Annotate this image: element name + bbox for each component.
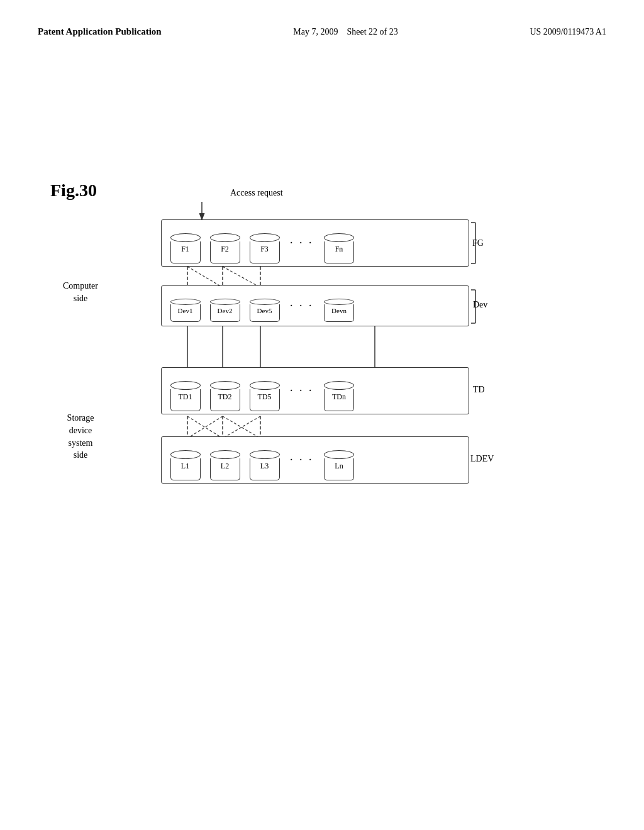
diagram-main: Access request <box>111 219 488 509</box>
fg-row: F1 F2 F3 · · · <box>161 219 469 267</box>
page-header: Patent Application Publication May 7, 20… <box>38 25 606 42</box>
figure-label: Fig.30 <box>50 180 606 201</box>
td-ellipsis: · · · <box>290 384 314 397</box>
ldev-ellipsis: · · · <box>290 453 314 467</box>
diagram-container: Computer side Storage device system side… <box>63 219 606 509</box>
cylinder-l3: L3 <box>247 450 282 471</box>
side-labels: Computer side Storage device system side <box>63 232 98 496</box>
computer-side-label: Computer side <box>63 280 98 304</box>
cylinder-td1: TD1 <box>168 380 203 402</box>
svg-line-18 <box>223 416 260 438</box>
cylinder-l2: L2 <box>208 450 242 471</box>
sheet-info: Sheet 22 of 23 <box>347 27 397 36</box>
fg-ellipsis: · · · <box>290 236 314 250</box>
svg-line-7 <box>223 267 260 287</box>
cylinder-tdn: TDn <box>322 380 357 402</box>
dev-ellipsis: · · · <box>290 299 314 313</box>
ldev-row-label: LDEV <box>470 454 494 464</box>
cylinder-dev2: Dev2 <box>208 298 242 314</box>
storage-side-label: Storage device system side <box>63 412 98 461</box>
page: Patent Application Publication May 7, 20… <box>0 0 644 830</box>
publication-date: May 7, 2009 <box>293 27 338 36</box>
cylinder-f1: F1 <box>168 233 203 254</box>
svg-line-6 <box>187 267 223 287</box>
cylinder-devn: Devn <box>322 298 357 314</box>
cylinder-dev5: Dev5 <box>247 298 282 314</box>
cylinder-ln: Ln <box>322 450 357 471</box>
ldev-row: L1 L2 L3 · · · Ln <box>161 436 469 484</box>
fg-row-label: FG <box>472 238 510 248</box>
cylinder-dev1: Dev1 <box>168 298 203 314</box>
patent-number: US 2009/0119473 A1 <box>530 25 606 39</box>
svg-line-16 <box>187 416 223 438</box>
cylinder-td5: TD5 <box>247 380 282 402</box>
cylinder-l1: L1 <box>168 450 203 471</box>
dev-row-label: Dev <box>473 300 487 310</box>
publication-title: Patent Application Publication <box>38 25 162 38</box>
td-row-label: TD <box>473 385 485 395</box>
dev-row: Dev1 Dev2 Dev5 · · · Devn <box>161 285 469 326</box>
access-request-label: Access request <box>230 188 283 198</box>
header-date-sheet: May 7, 2009 Sheet 22 of 23 <box>293 25 397 39</box>
cylinder-td2: TD2 <box>208 380 242 402</box>
svg-line-17 <box>223 416 260 438</box>
cylinder-f2: F2 <box>208 233 242 254</box>
td-row: TD1 TD2 TD5 · · · TDn <box>161 367 469 414</box>
svg-line-15 <box>187 416 223 438</box>
cylinder-f3: F3 <box>247 233 282 254</box>
cylinder-fn: Fn <box>322 233 357 254</box>
